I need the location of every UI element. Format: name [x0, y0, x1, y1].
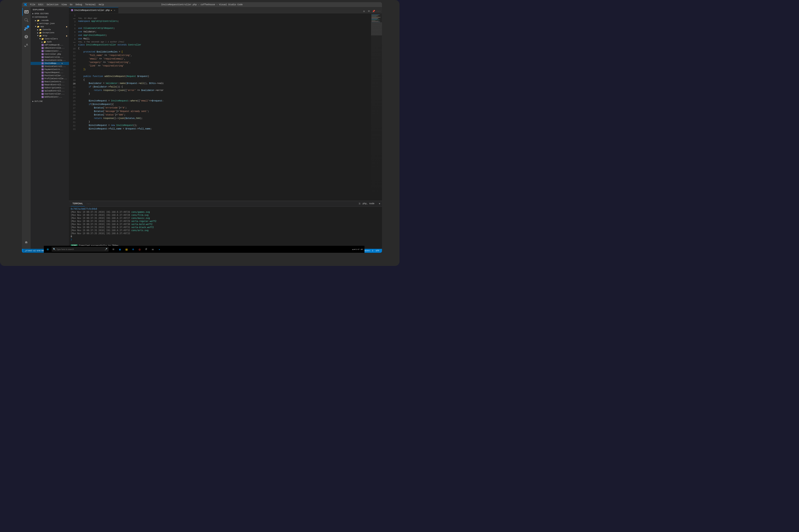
terminal-line: 0 [71, 235, 380, 238]
line-number: 32 [69, 124, 75, 128]
tab-split-button[interactable]: ⊞ [362, 9, 366, 13]
sidebar-item-invoice[interactable]: 🅿InvoiceControll... [31, 65, 69, 68]
sidebar-item-comment[interactable]: 🅿CommentContr... [31, 50, 69, 53]
terminal-more[interactable]: ··· [87, 203, 91, 205]
activity-bar: 2 [22, 7, 31, 249]
volume-icon: ♦ [354, 248, 355, 250]
sidebar-item-subscription[interactable]: 🅿SubscriptionCo... [31, 87, 69, 90]
sidebar-item-exceptions[interactable]: ▶📁Exceptions [31, 31, 69, 34]
terminal-line: } [71, 238, 380, 241]
network-icon: ▲ [352, 248, 353, 250]
line-number: 11 [69, 51, 75, 54]
menu-view[interactable]: View [60, 3, 68, 6]
open-editors-header[interactable]: ▶OPEN EDITORS [31, 12, 69, 16]
sidebar-item-auth[interactable]: ▶📁Auth [31, 40, 69, 43]
scm-badge: 2 [27, 25, 29, 28]
windows-logo-icon: ⊞ [47, 248, 49, 251]
sidebar-item-adfreereward[interactable]: 🅿AdfreeRewardC... [31, 43, 69, 46]
code-line: if ($validator->fails()) { [78, 85, 371, 89]
line-number: 20 [69, 82, 75, 86]
coffeehouse-header[interactable]: ▼COFFEEHOUSE [31, 16, 69, 19]
line-number: 29 [69, 114, 75, 117]
taskbar-search-box[interactable]: 🔍 🎤 [52, 247, 109, 252]
chrome-button[interactable]: ◎ [137, 246, 143, 252]
line-number: 2 [69, 14, 75, 18]
menu-terminal[interactable]: Terminal [84, 3, 97, 6]
hashtag-button[interactable]: # [143, 246, 149, 252]
terminal-content[interactable]: 0c7957ac9d677c9c84b8 [Mon Nov 19 08:37:3… [69, 207, 382, 249]
activity-extensions[interactable] [22, 41, 30, 49]
tab-pin-button[interactable]: 📌 [371, 9, 376, 13]
terminal-line: [Mon Nov 19 08:37:35 2018] 192.168.0.37:… [71, 217, 380, 220]
terminal-line: 0c7957ac9d677c9c84b8 [71, 208, 380, 211]
line-number: 18 [69, 75, 75, 79]
sidebar-item-vscode[interactable]: ▶📁.vscode [31, 19, 69, 22]
tab-more-button[interactable]: ··· [376, 9, 381, 13]
code-line: $inviteRequest = InviteRequest::where(['… [78, 99, 371, 103]
line-number: 6 [69, 31, 75, 34]
tab-eye-button[interactable]: 👁 [367, 9, 371, 13]
terminal-instance-menu[interactable]: ▼ [379, 203, 380, 205]
sidebar-item-payment[interactable]: 🅿PaymentContro... [31, 68, 69, 71]
taskview-button[interactable]: ⊟ [110, 246, 116, 252]
line-number: 28 [69, 110, 75, 114]
vscode-taskbar-button[interactable]: ✦ [156, 246, 162, 252]
outline-header[interactable]: ▶OUTLINE [31, 99, 69, 103]
terminal-line: [Mon Nov 19 08:37:35 2018] 192.168.0.37:… [71, 220, 380, 223]
line-number: 15 [69, 65, 75, 68]
vscode-logo-icon [24, 3, 27, 6]
status-encoding[interactable]: UTF [375, 250, 381, 252]
activity-explorer[interactable] [22, 8, 30, 16]
activity-debug[interactable] [22, 33, 30, 41]
line-number: 16 [69, 68, 75, 72]
sidebar-item-app[interactable]: ▼📁app [31, 25, 69, 28]
code-line: protected $validationRules = [ [78, 50, 371, 54]
sidebar-header: EXPLORER [31, 7, 69, 12]
start-button[interactable]: ⊞ [45, 246, 51, 252]
terminal-panel: TERMINAL ··· 1: php, node ▼ 0c7957ac9d67… [69, 201, 382, 249]
code-editor[interactable]: You, 11 days ago namespace App\Http\Cont… [77, 14, 371, 201]
sidebar-item-user[interactable]: 🅿UserController... [31, 93, 69, 96]
activity-scm[interactable]: 2 [22, 24, 30, 32]
sidebar-item-home[interactable]: 🅿HomeControlle... [31, 56, 69, 59]
store-button[interactable]: ⊕ [130, 246, 136, 252]
explorer-button[interactable]: ▤ [124, 246, 130, 252]
menu-edit[interactable]: Edit [37, 3, 45, 6]
code-line: use App\InviteRequest; [78, 34, 371, 37]
sidebar-item-reaction[interactable]: 🅿ReactionContro... [31, 80, 69, 83]
menu-debug[interactable]: Debug [74, 3, 84, 6]
sidebar-item-invite[interactable]: 🅿InviteControlle... [31, 59, 69, 62]
menu-go[interactable]: Go [68, 3, 74, 6]
sidebar-item-settings[interactable]: ⚙settings.json [31, 22, 69, 25]
terminal-header: TERMINAL ··· 1: php, node ▼ [69, 201, 382, 207]
menu-selection[interactable]: Selection [45, 3, 60, 6]
sidebar-item-http[interactable]: ▼📁Http [31, 34, 69, 37]
tab-close-button[interactable]: ✕ [113, 9, 116, 12]
sidebar-item-webhook[interactable]: 🅿WebhookContr... [31, 96, 69, 99]
sidebar-item-console[interactable]: ▶📁Console [31, 28, 69, 31]
taskbar-search-input[interactable] [56, 248, 104, 250]
mail-button[interactable]: ✉ [150, 246, 156, 252]
sidebar-item-upload[interactable]: 🅿UploadControll... [31, 90, 69, 93]
window-title: InviteRequestController.php - coffeehous… [161, 3, 242, 6]
sidebar-item-controller[interactable]: 🅿Controller.php [31, 53, 69, 56]
sidebar-item-payout[interactable]: 🅿PayoutRequest... [31, 71, 69, 74]
sidebar-item-profile[interactable]: 🅿ProfileControlle... [31, 77, 69, 80]
terminal-tab[interactable]: TERMINAL [71, 201, 85, 206]
line-number: ── [69, 41, 75, 44]
code-line: $inviteRequest = new InviteRequest(); [78, 124, 371, 127]
menu-help[interactable]: Help [97, 3, 106, 6]
taskbar-icons: ⊟ ◉ ▤ ⊕ ◎ # ✉ ✦ [110, 246, 162, 252]
edge-button[interactable]: ◉ [117, 246, 123, 252]
sidebar-item-controllers[interactable]: ▼📁Controllers [31, 37, 69, 40]
menu-file[interactable]: File [29, 3, 37, 6]
line-number: 12 [69, 54, 75, 58]
activity-settings[interactable] [22, 239, 30, 247]
sidebar-item-post[interactable]: 🅿PostController... [31, 74, 69, 77]
activity-search[interactable] [22, 16, 30, 24]
sidebar-item-inviterequest[interactable]: 🅿InviteRequ...M [31, 62, 69, 65]
code-line: use Validator; [78, 30, 371, 34]
sidebar-item-reward[interactable]: 🅿RewardControll... [31, 83, 69, 87]
tab-inviterequestcontroller[interactable]: 🅿 InviteRequestController.php ● ✕ [69, 7, 119, 13]
sidebar-item-admin[interactable]: 🅿AdminControlle... [31, 46, 69, 50]
